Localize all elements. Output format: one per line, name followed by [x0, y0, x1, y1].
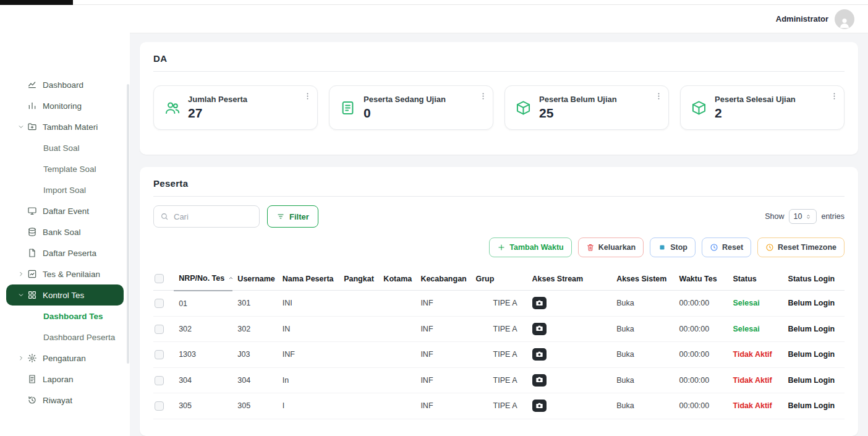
column-header-kotama[interactable]: Kotama	[378, 267, 415, 291]
select-all-checkbox[interactable]	[155, 274, 164, 283]
tambah-waktu-button[interactable]: Tambah Waktu	[489, 237, 572, 257]
stat-text: Peserta Belum Ujian25	[539, 95, 617, 121]
cell-nama: In	[278, 367, 339, 393]
stat-cards-row: Jumlah Peserta27Peserta Sedang Ujian0Pes…	[153, 85, 845, 130]
cell-grup: TIPE A	[470, 342, 527, 368]
kebab-menu-icon[interactable]	[654, 92, 663, 101]
stat-card-jumlah-peserta: Jumlah Peserta27	[153, 85, 318, 130]
column-header-kecabangan[interactable]: Kecabangan	[415, 267, 470, 291]
row-checkbox[interactable]	[155, 376, 164, 385]
entries-value: 10	[794, 212, 802, 221]
divider	[153, 196, 845, 197]
peserta-table: NRP/No. TesUsernameNama PesertaPangkatKo…	[153, 267, 845, 425]
search-input[interactable]	[174, 212, 253, 221]
sidebar-item-daftar-event[interactable]: Daftar Event	[6, 200, 124, 221]
column-header-grup[interactable]: Grup	[470, 267, 527, 291]
cell-grup: TIPE A	[470, 393, 527, 419]
column-header-status-login[interactable]: Status Login	[783, 267, 845, 291]
chevron-right-icon	[15, 270, 27, 278]
cell-checkbox	[153, 419, 174, 425]
column-header-pangkat[interactable]: Pangkat	[339, 267, 378, 291]
row-checkbox[interactable]	[155, 299, 164, 308]
cell-status: Selesai	[728, 291, 783, 317]
filter-button[interactable]: Filter	[267, 205, 318, 228]
sidebar-item-monitoring[interactable]: Monitoring	[6, 95, 124, 116]
sidebar-item-daftar-peserta[interactable]: Daftar Peserta	[6, 242, 124, 263]
camera-stream-icon[interactable]	[532, 374, 547, 387]
select-arrows-icon	[805, 213, 812, 220]
table-body: 01301INIINFTIPE ABuka00:00:00SelesaiBelu…	[153, 291, 845, 425]
stat-card-value: 0	[364, 106, 446, 121]
camera-stream-icon[interactable]	[532, 323, 547, 335]
cell-pangkat	[339, 342, 378, 368]
cell-kecabangan: INF	[415, 291, 470, 317]
cell-checkbox	[153, 342, 174, 368]
column-header-waktu-tes[interactable]: Waktu Tes	[674, 267, 728, 291]
row-checkbox[interactable]	[155, 401, 164, 411]
cell-waktu-tes: 00:00:00	[674, 419, 728, 425]
cell-nama: I	[278, 393, 339, 419]
kebab-menu-icon[interactable]	[303, 92, 312, 101]
select-all-header	[153, 267, 174, 291]
sidebar-item-bank-soal[interactable]: Bank Soal	[6, 221, 124, 242]
camera-stream-icon[interactable]	[532, 400, 547, 412]
sort-caret-icon[interactable]	[228, 275, 232, 281]
row-checkbox[interactable]	[155, 325, 164, 334]
cell-akses-stream	[527, 367, 612, 393]
sidebar-item-tes-penilaian[interactable]: Tes & Penilaian	[6, 263, 124, 284]
sidebar-item-pengaturan[interactable]: Pengaturan	[6, 348, 124, 369]
sidebar-item-laporan[interactable]: Laporan	[6, 369, 124, 390]
sidebar-item-dashboard[interactable]: Dashboard	[6, 74, 124, 95]
reset-timezone-button[interactable]: Reset Timezone	[757, 237, 845, 257]
column-header-username[interactable]: Username	[232, 267, 277, 291]
exam-sheet-icon	[339, 100, 356, 116]
stop-button[interactable]: Stop	[650, 237, 696, 257]
sidebar-item-tambah-materi[interactable]: Tambah Materi	[6, 116, 124, 137]
column-header-nama-peserta[interactable]: Nama Peserta	[278, 267, 339, 291]
kebab-menu-icon[interactable]	[830, 92, 839, 101]
sidebar-item-label: Laporan	[43, 375, 74, 384]
reset-button[interactable]: Reset	[702, 237, 751, 257]
sidebar-item-dashboard-tes[interactable]: Dashboard Tes	[6, 306, 124, 327]
cell-status-login: Belum Login	[783, 419, 845, 425]
sidebar-item-label: Monitoring	[43, 101, 82, 111]
sidebar-item-kontrol-tes[interactable]: Kontrol Tes	[6, 284, 124, 306]
column-header-status[interactable]: Status	[728, 267, 783, 291]
search-icon	[160, 212, 169, 221]
cell-kotama	[378, 316, 415, 342]
avatar[interactable]	[835, 9, 854, 29]
users-icon	[164, 100, 181, 116]
cell-nama: IN	[278, 419, 339, 425]
column-header-akses-stream[interactable]: Akses Stream	[527, 267, 612, 291]
sidebar: DashboardMonitoringTambah MateriBuat Soa…	[0, 5, 130, 436]
monitoring-icon	[27, 101, 37, 111]
sidebar-item-template-soal[interactable]: Template Soal	[6, 158, 124, 179]
camera-stream-icon[interactable]	[532, 348, 547, 361]
sidebar-item-buat-soal[interactable]: Buat Soal	[6, 137, 124, 158]
sidebar-item-import-soal[interactable]: Import Soal	[6, 179, 124, 200]
filter-label: Filter	[289, 212, 309, 221]
cell-username: 06	[232, 419, 277, 425]
column-header-akses-sistem[interactable]: Akses Sistem	[611, 267, 674, 291]
cell-checkbox	[153, 367, 174, 393]
sidebar-scrollbar[interactable]	[127, 84, 129, 364]
cell-kotama	[378, 367, 415, 393]
camera-stream-icon[interactable]	[532, 297, 547, 309]
entries-select[interactable]: 10	[789, 209, 817, 224]
sidebar-item-riwayat[interactable]: Riwayat	[6, 390, 124, 411]
sidebar-item-dashboard-peserta[interactable]: Dashboard Peserta	[6, 327, 124, 348]
stop-icon	[658, 243, 666, 252]
column-header-nrp-no-tes[interactable]: NRP/No. Tes	[174, 267, 232, 291]
sidebar-item-label: Bank Soal	[43, 228, 81, 237]
top-strip	[0, 0, 868, 5]
cell-akses-stream	[527, 419, 612, 425]
kebab-menu-icon[interactable]	[479, 92, 488, 101]
table-row: 1303J03INFINFTIPE ABuka00:00:00Tidak Akt…	[153, 342, 845, 368]
keluarkan-button[interactable]: Keluarkan	[578, 237, 644, 257]
sidebar-item-label: Riwayat	[43, 396, 72, 405]
cell-waktu-tes: 00:00:00	[674, 291, 728, 317]
cell-kotama	[378, 393, 415, 419]
row-checkbox[interactable]	[155, 350, 164, 359]
database-icon	[27, 227, 37, 237]
cell-status: Tidak Aktif	[728, 393, 783, 419]
